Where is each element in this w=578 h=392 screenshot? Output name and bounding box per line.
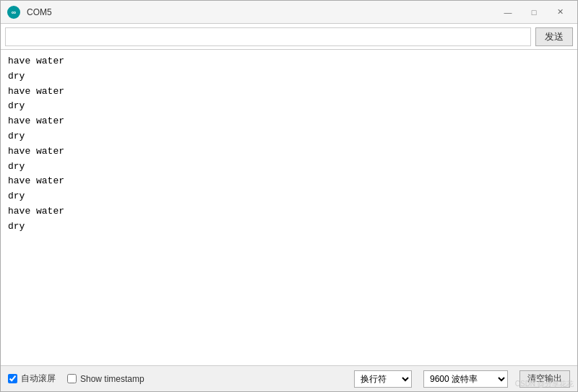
- send-input[interactable]: [5, 27, 531, 46]
- console-line: have water: [8, 54, 570, 69]
- status-bar: 自动滚屏 Show timestamp 换行符无行尾换行回车回车换行 300 波…: [1, 365, 577, 391]
- console-line: dry: [8, 69, 570, 84]
- console-line: dry: [8, 219, 570, 235]
- minimize-button[interactable]: —: [496, 5, 519, 19]
- baud-rate-select[interactable]: 300 波特率1200 波特率2400 波特率4800 波特率9600 波特率1…: [423, 370, 508, 388]
- timestamp-group: Show timestamp: [67, 374, 144, 384]
- console-line: have water: [8, 114, 570, 129]
- arduino-icon: ∞: [7, 6, 20, 19]
- console-line: have water: [8, 204, 570, 219]
- window-controls: — □ ✕: [496, 5, 571, 19]
- title-bar: ∞ COM5 — □ ✕: [1, 1, 577, 24]
- console-line: have water: [8, 144, 570, 160]
- maximize-button[interactable]: □: [522, 5, 545, 19]
- console-line: dry: [8, 160, 570, 175]
- console-line: dry: [8, 129, 570, 144]
- serial-monitor-window: ∞ COM5 — □ ✕ 发送 have waterdryhave waterd…: [0, 0, 578, 392]
- autoscroll-checkbox[interactable]: [8, 374, 17, 383]
- watermark: CSDN @分享花花: [515, 379, 574, 389]
- window-title: COM5: [27, 7, 496, 17]
- console-line: have water: [8, 174, 570, 189]
- close-button[interactable]: ✕: [548, 5, 571, 19]
- timestamp-checkbox[interactable]: [67, 374, 77, 383]
- timestamp-label[interactable]: Show timestamp: [80, 374, 144, 384]
- toolbar: 发送: [1, 24, 577, 50]
- console-output: have waterdryhave waterdryhave waterdryh…: [1, 50, 577, 365]
- console-line: dry: [8, 99, 570, 114]
- app-icon-container: ∞: [7, 5, 21, 19]
- console-line: dry: [8, 189, 570, 204]
- console-line: have water: [8, 84, 570, 100]
- autoscroll-group: 自动滚屏: [8, 373, 56, 385]
- line-ending-select[interactable]: 换行符无行尾换行回车回车换行: [354, 370, 412, 388]
- autoscroll-label[interactable]: 自动滚屏: [21, 373, 56, 385]
- send-button[interactable]: 发送: [535, 27, 573, 46]
